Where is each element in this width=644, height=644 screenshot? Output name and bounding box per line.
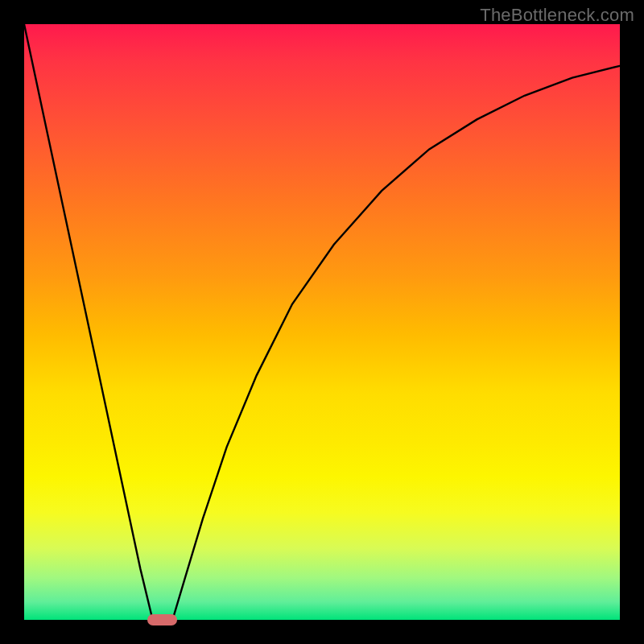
curve-left-branch (24, 24, 152, 618)
watermark-text: TheBottleneck.com (480, 5, 634, 26)
curve-right-branch (173, 66, 620, 618)
plot-area (24, 24, 620, 620)
chart-frame: TheBottleneck.com (0, 0, 644, 644)
valley-marker (147, 614, 177, 625)
curve-svg (24, 24, 620, 620)
